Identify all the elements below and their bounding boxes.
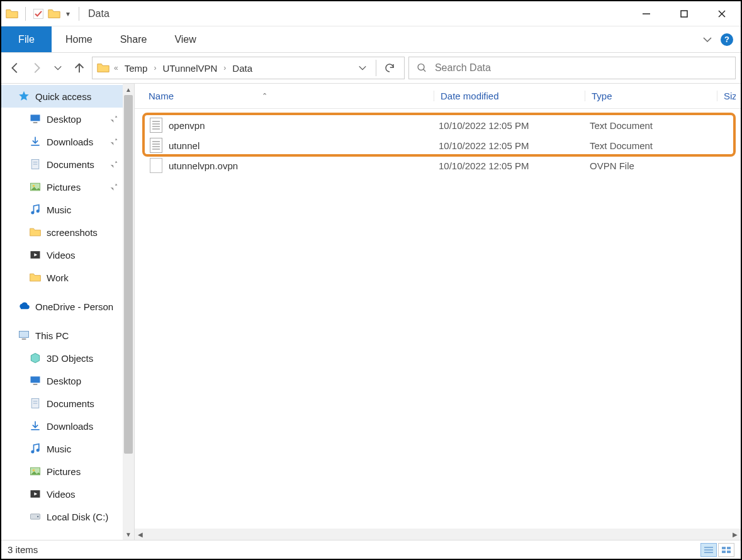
column-header-type[interactable]: Type: [585, 91, 717, 101]
pin-icon: [106, 157, 119, 170]
file-type: Text Document: [590, 120, 722, 131]
sidebar-item[interactable]: Pictures: [1, 460, 134, 483]
svg-point-32: [37, 516, 39, 518]
close-button[interactable]: [703, 1, 741, 26]
help-icon[interactable]: ?: [721, 33, 733, 46]
sidebar-item[interactable]: Pictures: [1, 176, 134, 198]
status-bar: 3 items: [1, 540, 741, 559]
minimize-button[interactable]: [627, 1, 665, 26]
sidebar-item[interactable]: Documents: [1, 392, 134, 415]
sidebar-item[interactable]: Downloads: [1, 130, 134, 153]
sidebar-item[interactable]: screenshots: [1, 221, 134, 244]
ribbon-expand-icon[interactable]: [700, 33, 714, 47]
column-headers: Name ⌃ Date modified Type Siz: [135, 84, 741, 109]
sidebar-item[interactable]: Desktop: [1, 108, 134, 130]
disk-icon: [29, 510, 42, 523]
sidebar-item-label: Downloads: [47, 421, 93, 432]
sidebar-scrollbar[interactable]: ▲ ▼: [123, 84, 134, 540]
svg-rect-25: [31, 429, 39, 430]
svg-rect-2: [681, 11, 687, 17]
file-name: utunnel: [169, 140, 200, 151]
sidebar-item[interactable]: Work: [1, 266, 134, 289]
sidebar-item[interactable]: Videos: [1, 483, 134, 505]
sidebar-item-label: Music: [47, 204, 71, 215]
sidebar-item-label: Desktop: [47, 376, 81, 386]
large-icons-view-button[interactable]: [718, 543, 734, 557]
svg-line-6: [424, 69, 426, 72]
file-row[interactable]: utunnel 10/10/2022 12:05 PM Text Documen…: [135, 135, 741, 155]
chevron-right-icon[interactable]: ›: [223, 64, 226, 72]
file-row[interactable]: utunnelvpn.ovpn 10/10/2022 12:05 PM OVPN…: [135, 155, 741, 176]
main-area: Quick access Desktop Downloads Documents…: [1, 83, 741, 540]
sidebar-item[interactable]: Documents: [1, 153, 134, 176]
qat-dropdown-icon[interactable]: ▾: [64, 9, 72, 18]
svg-point-5: [418, 64, 424, 70]
status-text: 3 items: [8, 544, 38, 555]
scroll-thumb[interactable]: [124, 95, 133, 454]
file-name: utunnelvpn.ovpn: [169, 160, 238, 171]
file-date: 10/10/2022 12:05 PM: [439, 160, 590, 171]
file-list: openvpn 10/10/2022 12:05 PM Text Documen…: [135, 109, 741, 529]
scroll-right-icon[interactable]: ▶: [729, 531, 741, 538]
sidebar-onedrive[interactable]: OneDrive - Person: [1, 295, 134, 318]
sidebar-item-label: Documents: [47, 159, 94, 170]
svg-point-26: [31, 451, 34, 454]
sidebar-item[interactable]: Downloads: [1, 415, 134, 437]
sidebar-item[interactable]: Local Disk (C:): [1, 505, 134, 528]
search-icon: [417, 62, 427, 74]
column-header-size[interactable]: Siz: [717, 91, 736, 101]
scroll-down-icon[interactable]: ▼: [123, 529, 134, 540]
column-header-name[interactable]: Name ⌃: [135, 91, 434, 101]
chevron-right-icon[interactable]: ›: [154, 64, 156, 72]
text-document-icon: [150, 138, 162, 153]
window-title: Data: [88, 8, 110, 20]
tab-view[interactable]: View: [160, 26, 210, 52]
desktop-icon: [29, 374, 42, 387]
tab-home[interactable]: Home: [52, 26, 106, 52]
sidebar-item-label: Work: [47, 272, 69, 283]
properties-icon[interactable]: [32, 8, 45, 20]
tab-file[interactable]: File: [1, 26, 52, 52]
svg-point-15: [31, 211, 34, 215]
search-input[interactable]: [435, 62, 728, 74]
music-icon: [29, 203, 42, 216]
scroll-up-icon[interactable]: ▲: [123, 84, 134, 95]
breadcrumb-segment[interactable]: Data: [228, 57, 256, 79]
sidebar-item[interactable]: 3D Objects: [1, 347, 134, 369]
svg-rect-37: [727, 547, 731, 549]
sidebar-this-pc[interactable]: This PC: [1, 324, 134, 347]
maximize-button[interactable]: [665, 1, 703, 26]
horizontal-scrollbar[interactable]: ◀ ▶: [135, 529, 741, 540]
address-bar[interactable]: « Temp › UTunnelVPN › Data: [92, 57, 405, 79]
details-view-button[interactable]: [700, 543, 717, 557]
address-dropdown-button[interactable]: [352, 57, 373, 79]
sidebar-item[interactable]: Desktop: [1, 369, 134, 392]
refresh-button[interactable]: [379, 57, 400, 79]
sidebar-quick-access[interactable]: Quick access: [1, 85, 134, 108]
svg-point-29: [33, 469, 35, 471]
folder-icon: [29, 226, 42, 238]
scroll-left-icon[interactable]: ◀: [135, 531, 146, 538]
file-icon: [150, 158, 162, 173]
navigation-pane: Quick access Desktop Downloads Documents…: [1, 84, 135, 540]
search-box[interactable]: [408, 57, 736, 79]
folder-icon[interactable]: [47, 7, 61, 21]
tab-share[interactable]: Share: [106, 26, 161, 52]
chevron-left-icon[interactable]: «: [114, 64, 118, 72]
column-header-date[interactable]: Date modified: [434, 91, 585, 101]
sidebar-item-label: Videos: [47, 250, 76, 260]
sort-indicator-icon: ⌃: [262, 92, 267, 100]
pictures-icon: [29, 181, 42, 193]
recent-locations-button[interactable]: [49, 59, 67, 77]
sidebar-item[interactable]: Music: [1, 198, 134, 221]
breadcrumb-segment[interactable]: Temp: [121, 57, 152, 79]
sidebar-item-label: Pictures: [47, 182, 81, 193]
sidebar-item[interactable]: Music: [1, 437, 134, 460]
sidebar-item[interactable]: Videos: [1, 244, 134, 266]
back-button[interactable]: [6, 59, 24, 77]
file-row[interactable]: openvpn 10/10/2022 12:05 PM Text Documen…: [135, 115, 741, 135]
breadcrumb-segment[interactable]: UTunnelVPN: [159, 57, 221, 79]
forward-button[interactable]: [28, 59, 45, 77]
pc-icon: [18, 329, 30, 342]
up-button[interactable]: [70, 59, 88, 77]
